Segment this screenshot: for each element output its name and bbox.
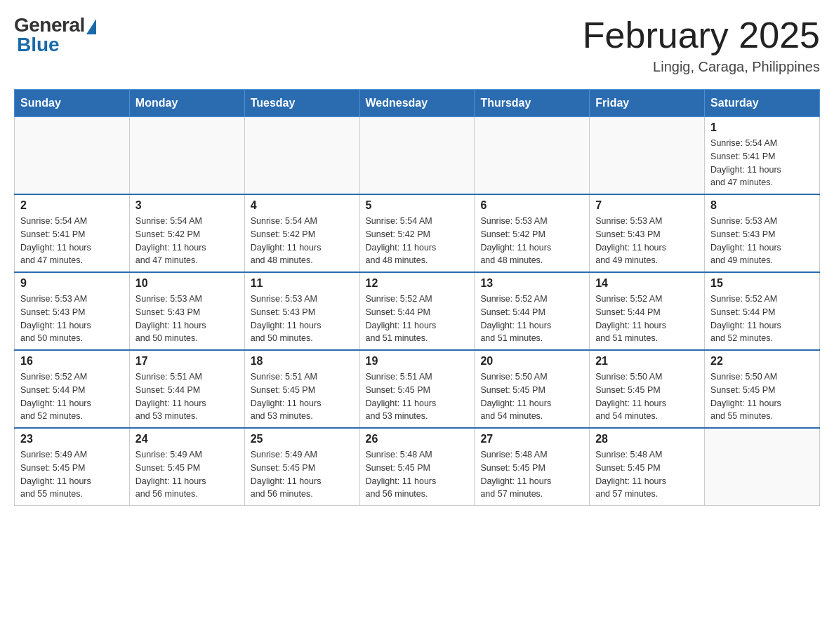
day-info: Sunrise: 5:54 AMSunset: 5:42 PMDaylight:… bbox=[366, 215, 469, 267]
day-of-week-header: Sunday bbox=[15, 90, 130, 117]
calendar-day-cell: 22Sunrise: 5:50 AMSunset: 5:45 PMDayligh… bbox=[705, 350, 820, 428]
calendar-day-cell: 28Sunrise: 5:48 AMSunset: 5:45 PMDayligh… bbox=[590, 428, 705, 506]
calendar-day-cell bbox=[129, 117, 244, 195]
day-number: 8 bbox=[710, 199, 814, 212]
day-of-week-header: Thursday bbox=[475, 90, 590, 117]
day-number: 25 bbox=[251, 433, 354, 445]
day-of-week-header: Saturday bbox=[705, 90, 820, 117]
logo-triangle-icon bbox=[86, 19, 96, 34]
day-number: 28 bbox=[595, 433, 699, 445]
day-info: Sunrise: 5:48 AMSunset: 5:45 PMDaylight:… bbox=[480, 448, 583, 501]
day-info: Sunrise: 5:51 AMSunset: 5:45 PMDaylight:… bbox=[366, 370, 469, 423]
header-row: SundayMondayTuesdayWednesdayThursdayFrid… bbox=[15, 90, 820, 117]
day-number: 9 bbox=[20, 277, 124, 290]
day-info: Sunrise: 5:52 AMSunset: 5:44 PMDaylight:… bbox=[366, 293, 469, 345]
calendar-day-cell bbox=[359, 117, 475, 195]
day-number: 24 bbox=[135, 433, 239, 445]
calendar-day-cell: 23Sunrise: 5:49 AMSunset: 5:45 PMDayligh… bbox=[15, 428, 130, 506]
calendar-day-cell: 4Sunrise: 5:54 AMSunset: 5:42 PMDaylight… bbox=[244, 194, 359, 272]
title-section: February 2025 Lingig, Caraga, Philippine… bbox=[583, 14, 820, 75]
day-number: 4 bbox=[251, 199, 354, 212]
day-info: Sunrise: 5:52 AMSunset: 5:44 PMDaylight:… bbox=[480, 293, 583, 345]
calendar-week-row: 16Sunrise: 5:52 AMSunset: 5:44 PMDayligh… bbox=[15, 350, 820, 428]
day-number: 22 bbox=[710, 355, 814, 368]
day-number: 17 bbox=[135, 355, 239, 368]
calendar-day-cell: 2Sunrise: 5:54 AMSunset: 5:41 PMDaylight… bbox=[15, 194, 130, 272]
day-number: 5 bbox=[366, 199, 469, 212]
day-number: 11 bbox=[251, 277, 354, 290]
day-info: Sunrise: 5:49 AMSunset: 5:45 PMDaylight:… bbox=[251, 448, 354, 501]
day-info: Sunrise: 5:52 AMSunset: 5:44 PMDaylight:… bbox=[595, 293, 699, 345]
calendar-day-cell: 15Sunrise: 5:52 AMSunset: 5:44 PMDayligh… bbox=[705, 272, 820, 350]
day-number: 23 bbox=[20, 433, 124, 445]
day-info: Sunrise: 5:48 AMSunset: 5:45 PMDaylight:… bbox=[595, 448, 699, 501]
calendar-day-cell: 26Sunrise: 5:48 AMSunset: 5:45 PMDayligh… bbox=[359, 428, 475, 506]
day-number: 15 bbox=[710, 277, 814, 290]
calendar-day-cell: 21Sunrise: 5:50 AMSunset: 5:45 PMDayligh… bbox=[590, 350, 705, 428]
calendar-day-cell: 1Sunrise: 5:54 AMSunset: 5:41 PMDaylight… bbox=[705, 117, 820, 195]
calendar-day-cell: 24Sunrise: 5:49 AMSunset: 5:45 PMDayligh… bbox=[129, 428, 244, 506]
calendar-day-cell: 12Sunrise: 5:52 AMSunset: 5:44 PMDayligh… bbox=[359, 272, 475, 350]
day-of-week-header: Monday bbox=[129, 90, 244, 117]
day-number: 10 bbox=[135, 277, 239, 290]
calendar-day-cell: 5Sunrise: 5:54 AMSunset: 5:42 PMDaylight… bbox=[359, 194, 475, 272]
day-number: 7 bbox=[595, 199, 699, 212]
day-number: 12 bbox=[366, 277, 469, 290]
day-number: 1 bbox=[710, 121, 814, 134]
day-info: Sunrise: 5:50 AMSunset: 5:45 PMDaylight:… bbox=[595, 370, 699, 423]
calendar-day-cell: 9Sunrise: 5:53 AMSunset: 5:43 PMDaylight… bbox=[15, 272, 130, 350]
calendar-day-cell: 18Sunrise: 5:51 AMSunset: 5:45 PMDayligh… bbox=[244, 350, 359, 428]
calendar-week-row: 1Sunrise: 5:54 AMSunset: 5:41 PMDaylight… bbox=[15, 117, 820, 195]
day-of-week-header: Wednesday bbox=[359, 90, 475, 117]
calendar-day-cell: 20Sunrise: 5:50 AMSunset: 5:45 PMDayligh… bbox=[475, 350, 590, 428]
page-header: General Blue February 2025 Lingig, Carag… bbox=[14, 14, 820, 75]
day-info: Sunrise: 5:48 AMSunset: 5:45 PMDaylight:… bbox=[366, 448, 469, 501]
day-number: 16 bbox=[20, 355, 124, 368]
calendar-day-cell bbox=[705, 428, 820, 506]
calendar-day-cell: 6Sunrise: 5:53 AMSunset: 5:42 PMDaylight… bbox=[475, 194, 590, 272]
calendar-body: 1Sunrise: 5:54 AMSunset: 5:41 PMDaylight… bbox=[15, 117, 820, 506]
calendar-week-row: 23Sunrise: 5:49 AMSunset: 5:45 PMDayligh… bbox=[15, 428, 820, 506]
calendar-header: SundayMondayTuesdayWednesdayThursdayFrid… bbox=[15, 90, 820, 117]
day-number: 19 bbox=[366, 355, 469, 368]
logo-blue-text: Blue bbox=[17, 34, 60, 56]
day-of-week-header: Tuesday bbox=[244, 90, 359, 117]
day-info: Sunrise: 5:52 AMSunset: 5:44 PMDaylight:… bbox=[20, 370, 124, 423]
calendar-day-cell: 7Sunrise: 5:53 AMSunset: 5:43 PMDaylight… bbox=[590, 194, 705, 272]
calendar-day-cell bbox=[244, 117, 359, 195]
day-info: Sunrise: 5:49 AMSunset: 5:45 PMDaylight:… bbox=[20, 448, 124, 501]
day-info: Sunrise: 5:54 AMSunset: 5:41 PMDaylight:… bbox=[20, 215, 124, 267]
calendar-day-cell bbox=[590, 117, 705, 195]
calendar-day-cell: 17Sunrise: 5:51 AMSunset: 5:44 PMDayligh… bbox=[129, 350, 244, 428]
logo: General Blue bbox=[14, 14, 96, 56]
calendar-table: SundayMondayTuesdayWednesdayThursdayFrid… bbox=[14, 89, 820, 506]
day-info: Sunrise: 5:51 AMSunset: 5:45 PMDaylight:… bbox=[251, 370, 354, 423]
calendar-day-cell: 14Sunrise: 5:52 AMSunset: 5:44 PMDayligh… bbox=[590, 272, 705, 350]
day-info: Sunrise: 5:53 AMSunset: 5:43 PMDaylight:… bbox=[20, 293, 124, 345]
day-info: Sunrise: 5:49 AMSunset: 5:45 PMDaylight:… bbox=[135, 448, 239, 501]
calendar-day-cell bbox=[15, 117, 130, 195]
day-info: Sunrise: 5:50 AMSunset: 5:45 PMDaylight:… bbox=[480, 370, 583, 423]
day-number: 14 bbox=[595, 277, 699, 290]
calendar-day-cell: 25Sunrise: 5:49 AMSunset: 5:45 PMDayligh… bbox=[244, 428, 359, 506]
day-info: Sunrise: 5:51 AMSunset: 5:44 PMDaylight:… bbox=[135, 370, 239, 423]
day-info: Sunrise: 5:54 AMSunset: 5:42 PMDaylight:… bbox=[251, 215, 354, 267]
calendar-week-row: 2Sunrise: 5:54 AMSunset: 5:41 PMDaylight… bbox=[15, 194, 820, 272]
day-info: Sunrise: 5:53 AMSunset: 5:43 PMDaylight:… bbox=[135, 293, 239, 345]
day-info: Sunrise: 5:52 AMSunset: 5:44 PMDaylight:… bbox=[710, 293, 814, 345]
day-info: Sunrise: 5:53 AMSunset: 5:43 PMDaylight:… bbox=[251, 293, 354, 345]
day-number: 6 bbox=[480, 199, 583, 212]
day-number: 3 bbox=[135, 199, 239, 212]
day-info: Sunrise: 5:54 AMSunset: 5:42 PMDaylight:… bbox=[135, 215, 239, 267]
day-info: Sunrise: 5:53 AMSunset: 5:43 PMDaylight:… bbox=[595, 215, 699, 267]
calendar-day-cell: 3Sunrise: 5:54 AMSunset: 5:42 PMDaylight… bbox=[129, 194, 244, 272]
calendar-day-cell: 10Sunrise: 5:53 AMSunset: 5:43 PMDayligh… bbox=[129, 272, 244, 350]
calendar-day-cell: 27Sunrise: 5:48 AMSunset: 5:45 PMDayligh… bbox=[475, 428, 590, 506]
calendar-week-row: 9Sunrise: 5:53 AMSunset: 5:43 PMDaylight… bbox=[15, 272, 820, 350]
calendar-day-cell: 13Sunrise: 5:52 AMSunset: 5:44 PMDayligh… bbox=[475, 272, 590, 350]
day-number: 27 bbox=[480, 433, 583, 445]
calendar-day-cell: 11Sunrise: 5:53 AMSunset: 5:43 PMDayligh… bbox=[244, 272, 359, 350]
location-title: Lingig, Caraga, Philippines bbox=[583, 59, 820, 75]
day-number: 26 bbox=[366, 433, 469, 445]
day-info: Sunrise: 5:50 AMSunset: 5:45 PMDaylight:… bbox=[710, 370, 814, 423]
